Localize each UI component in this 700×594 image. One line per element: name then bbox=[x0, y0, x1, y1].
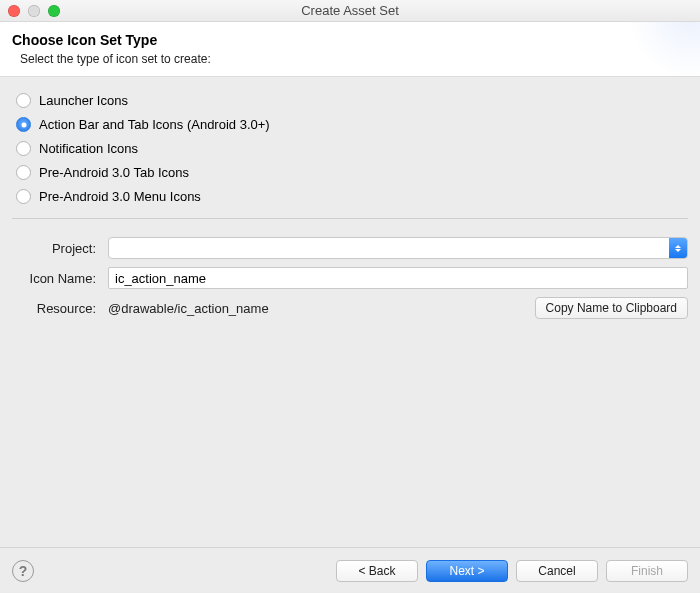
radio-icon bbox=[16, 141, 31, 156]
divider bbox=[12, 218, 688, 219]
banner: Choose Icon Set Type Select the type of … bbox=[0, 22, 700, 77]
radio-icon bbox=[16, 189, 31, 204]
window-controls bbox=[8, 5, 60, 17]
icon-name-input[interactable]: ic_action_name bbox=[108, 267, 688, 289]
content-area: Launcher Icons Action Bar and Tab Icons … bbox=[0, 77, 700, 547]
finish-button: Finish bbox=[606, 560, 688, 582]
window-title: Create Asset Set bbox=[0, 3, 700, 18]
select-stepper-icon bbox=[669, 238, 687, 258]
radio-label: Notification Icons bbox=[39, 141, 138, 156]
zoom-icon[interactable] bbox=[48, 5, 60, 17]
titlebar: Create Asset Set bbox=[0, 0, 700, 22]
back-button[interactable]: < Back bbox=[336, 560, 418, 582]
project-select[interactable] bbox=[108, 237, 688, 259]
radio-icon bbox=[16, 93, 31, 108]
page-subtitle: Select the type of icon set to create: bbox=[20, 52, 688, 66]
resource-value: @drawable/ic_action_name bbox=[108, 301, 529, 316]
icon-name-value: ic_action_name bbox=[115, 271, 206, 286]
footer: ? < Back Next > Cancel Finish bbox=[0, 547, 700, 593]
copy-name-button[interactable]: Copy Name to Clipboard bbox=[535, 297, 688, 319]
icon-name-label: Icon Name: bbox=[12, 271, 102, 286]
radio-label: Pre-Android 3.0 Menu Icons bbox=[39, 189, 201, 204]
radio-icon bbox=[16, 165, 31, 180]
next-button[interactable]: Next > bbox=[426, 560, 508, 582]
radio-notification-icons[interactable]: Notification Icons bbox=[16, 141, 688, 156]
radio-pre30-menu-icons[interactable]: Pre-Android 3.0 Menu Icons bbox=[16, 189, 688, 204]
close-icon[interactable] bbox=[8, 5, 20, 17]
page-title: Choose Icon Set Type bbox=[12, 32, 688, 48]
radio-action-bar-tab-icons[interactable]: Action Bar and Tab Icons (Android 3.0+) bbox=[16, 117, 688, 132]
minimize-icon[interactable] bbox=[28, 5, 40, 17]
icon-type-radio-group: Launcher Icons Action Bar and Tab Icons … bbox=[16, 93, 688, 204]
radio-icon bbox=[16, 117, 31, 132]
project-label: Project: bbox=[12, 241, 102, 256]
radio-launcher-icons[interactable]: Launcher Icons bbox=[16, 93, 688, 108]
cancel-button[interactable]: Cancel bbox=[516, 560, 598, 582]
radio-pre30-tab-icons[interactable]: Pre-Android 3.0 Tab Icons bbox=[16, 165, 688, 180]
form: Project: Icon Name: ic_action_name Resou… bbox=[12, 237, 688, 319]
radio-label: Pre-Android 3.0 Tab Icons bbox=[39, 165, 189, 180]
radio-label: Launcher Icons bbox=[39, 93, 128, 108]
radio-label: Action Bar and Tab Icons (Android 3.0+) bbox=[39, 117, 270, 132]
resource-label: Resource: bbox=[12, 301, 102, 316]
help-icon[interactable]: ? bbox=[12, 560, 34, 582]
